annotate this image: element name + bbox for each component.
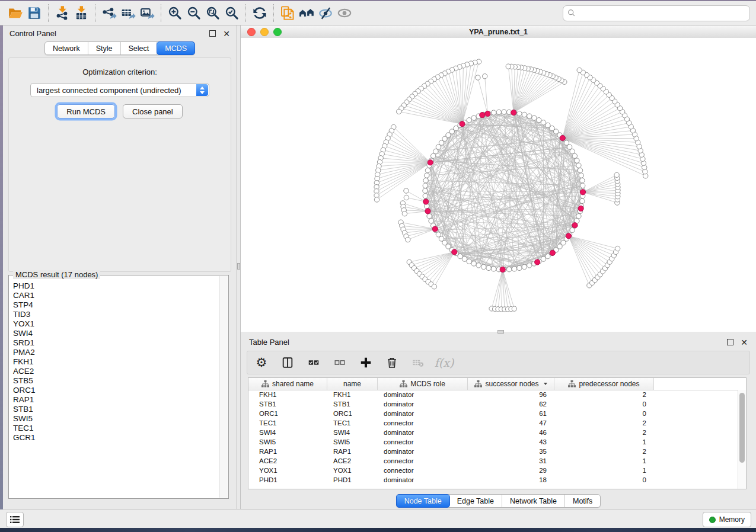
tab-edge-table[interactable]: Edge Table — [449, 495, 502, 507]
table-row[interactable]: PHD1PHD1dominator180 — [248, 475, 738, 485]
table-row[interactable]: ACE2ACE2connector311 — [248, 456, 738, 466]
mcds-node-item[interactable]: TEC1 — [13, 424, 220, 433]
toolbar-separator — [48, 4, 49, 22]
save-session-icon[interactable] — [25, 4, 44, 23]
cell-predecessor-nodes: 0 — [554, 410, 654, 417]
export-network-icon[interactable] — [100, 4, 119, 23]
mcds-result-scrollbar[interactable] — [219, 276, 228, 498]
export-table-icon[interactable] — [119, 4, 138, 23]
select-all-icon[interactable] — [307, 355, 321, 370]
import-network-icon[interactable] — [53, 4, 72, 23]
table-row[interactable]: ORC1ORC1dominator610 — [248, 409, 738, 418]
splitter-handle[interactable] — [237, 263, 240, 270]
mcds-node-item[interactable]: PMA2 — [13, 348, 220, 357]
zoom-selected-icon[interactable] — [222, 4, 241, 23]
zoom-in-icon[interactable] — [165, 4, 184, 23]
control-panel-title: Control Panel — [9, 29, 56, 38]
hide-selected-icon[interactable] — [316, 4, 335, 23]
mcds-node-item[interactable]: RAP1 — [13, 395, 220, 405]
mcds-node-item[interactable]: SWI5 — [13, 414, 220, 424]
table-row[interactable]: YOX1YOX1connector291 — [248, 466, 738, 475]
search-box[interactable] — [563, 5, 750, 21]
cell-shared-name: PHD1 — [248, 476, 327, 483]
main-toolbar — [0, 0, 756, 25]
float-panel-icon[interactable] — [209, 30, 216, 37]
mcds-node-item[interactable]: STP4 — [13, 300, 220, 310]
mcds-node-item[interactable]: STB1 — [13, 405, 220, 414]
add-column-icon[interactable] — [359, 355, 373, 370]
mcds-node-item[interactable]: FKH1 — [13, 357, 220, 367]
cell-successor-nodes: 47 — [468, 419, 554, 427]
mcds-node-item[interactable]: SWI4 — [13, 329, 220, 338]
close-panel-icon[interactable]: ✕ — [223, 30, 230, 38]
table-row[interactable]: FKH1FKH1dominator962 — [248, 390, 738, 399]
mcds-node-item[interactable]: TID3 — [13, 310, 220, 319]
cell-shared-name: ORC1 — [248, 410, 327, 417]
criterion-dropdown[interactable]: largest connected component (undirected) — [30, 83, 209, 97]
float-table-panel-icon[interactable] — [727, 339, 733, 345]
toolbar-icons — [6, 1, 354, 25]
mcds-node-item[interactable]: GCR1 — [13, 433, 220, 443]
refresh-layout-icon[interactable] — [250, 4, 269, 23]
run-mcds-button[interactable]: Run MCDS — [57, 104, 115, 118]
open-file-icon[interactable] — [6, 4, 25, 23]
splitter-handle-horizontal[interactable] — [497, 330, 504, 334]
task-history-button[interactable] — [6, 512, 24, 527]
cell-MCDS-role: dominator — [378, 476, 468, 483]
mcds-node-item[interactable]: ORC1 — [13, 386, 220, 395]
table-row[interactable]: RAP1RAP1dominator352 — [248, 447, 738, 456]
mcds-node-item[interactable]: SRD1 — [13, 338, 220, 348]
node-table-header: shared namenameMCDS rolesuccessor nodesp… — [248, 378, 746, 390]
zoom-out-icon[interactable] — [184, 4, 203, 23]
mcds-node-item[interactable]: ACE2 — [13, 367, 220, 376]
import-table-icon[interactable] — [72, 4, 91, 23]
column-header-name[interactable]: name — [327, 378, 378, 390]
column-header-MCDS-role[interactable]: MCDS role — [378, 378, 468, 390]
table-scrollbar[interactable] — [738, 390, 746, 489]
mcds-node-item[interactable]: YOX1 — [13, 319, 220, 329]
network-canvas[interactable] — [241, 38, 756, 332]
mcds-node-item[interactable]: PHD1 — [13, 281, 220, 291]
columns-icon[interactable] — [280, 355, 295, 370]
mcds-node-item[interactable]: STB5 — [13, 376, 220, 386]
table-row[interactable]: STB1STB1dominator620 — [248, 399, 738, 409]
search-input[interactable] — [579, 8, 745, 18]
mcds-result-box: MCDS result (17 nodes) PHD1CAR1STP4TID3Y… — [8, 275, 229, 499]
cell-name: FKH1 — [327, 391, 378, 398]
cell-MCDS-role: dominator — [378, 410, 468, 417]
table-row[interactable]: TEC1TEC1connector472 — [248, 418, 738, 428]
network-graph[interactable] — [241, 38, 756, 332]
table-scrollbar-thumb[interactable] — [739, 393, 745, 463]
column-header-shared-name[interactable]: shared name — [248, 378, 327, 390]
cell-predecessor-nodes: 2 — [554, 419, 654, 427]
column-header-successor-nodes[interactable]: successor nodes — [468, 378, 554, 390]
deselect-all-icon[interactable] — [333, 355, 347, 370]
mcds-node-item[interactable]: CAR1 — [13, 291, 220, 300]
control-panel-tabs: NetworkStyleSelectMCDS — [44, 41, 195, 55]
optimization-criterion-label: Optimization criterion: — [9, 68, 231, 76]
duplicate-network-icon[interactable] — [278, 4, 297, 23]
tab-motifs[interactable]: Motifs — [565, 495, 600, 507]
delete-column-icon[interactable] — [385, 355, 399, 370]
tab-network-table[interactable]: Network Table — [502, 495, 565, 507]
close-panel-button[interactable]: Close panel — [123, 104, 183, 118]
column-header-predecessor-nodes[interactable]: predecessor nodes — [554, 378, 654, 390]
first-neighbors-icon[interactable] — [297, 4, 316, 23]
close-table-panel-icon[interactable]: ✕ — [741, 338, 748, 347]
network-window-titlebar: YPA_prune.txt_1 — [241, 25, 756, 39]
tab-select[interactable]: Select — [121, 42, 158, 55]
tab-network[interactable]: Network — [45, 42, 88, 55]
tab-node-table[interactable]: Node Table — [396, 494, 450, 508]
cell-shared-name: TEC1 — [248, 419, 327, 427]
show-all-icon[interactable] — [335, 4, 354, 23]
table-panel-tabs: Node TableEdge TableNetwork TableMotifs — [396, 494, 601, 508]
tab-style[interactable]: Style — [88, 42, 121, 55]
table-row[interactable]: SWI4SWI4dominator462 — [248, 428, 738, 437]
export-image-icon[interactable] — [138, 4, 157, 23]
zoom-fit-icon[interactable] — [203, 4, 222, 23]
gear-icon[interactable]: ⚙ — [254, 355, 269, 370]
toolbar-separator — [161, 4, 161, 22]
tab-mcds[interactable]: MCDS — [157, 41, 195, 55]
table-row[interactable]: SWI5SWI5connector431 — [248, 437, 738, 447]
memory-button[interactable]: Memory — [703, 512, 751, 527]
